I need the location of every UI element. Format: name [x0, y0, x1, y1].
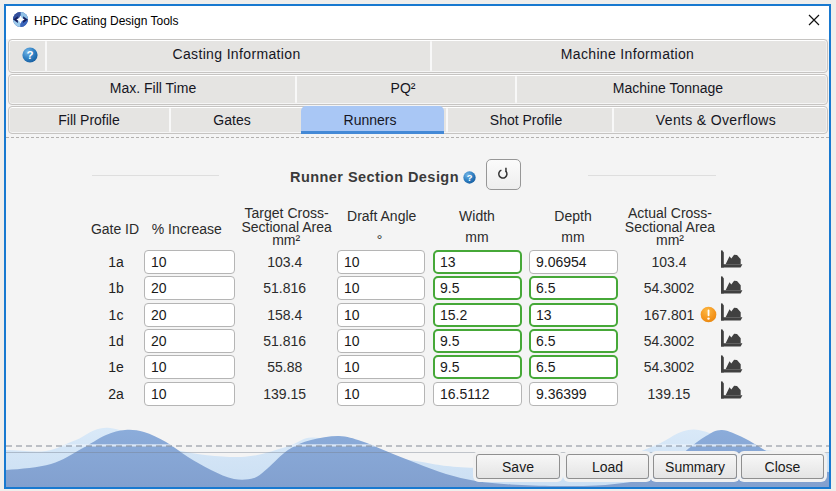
svg-text:?: ?	[467, 173, 473, 183]
svg-text:?: ?	[26, 49, 33, 61]
